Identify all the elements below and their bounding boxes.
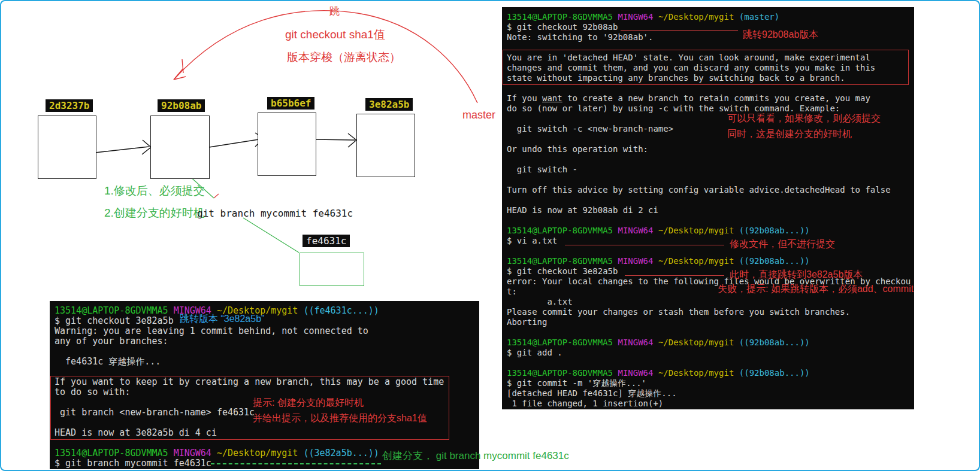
commit-sha-label: b65b6ef — [267, 97, 314, 110]
underline-checkout-3e82a5b — [625, 275, 724, 276]
terminal-line: 13514@LAPTOP-8GDVMMA5 MINGW64 ~/Desktop/… — [507, 12, 914, 22]
annotation-jump-3e82a5b: 此时，直接跳转到3e82a5b版本 — [730, 269, 863, 281]
branch-pointer-line — [243, 218, 299, 253]
terminal-line: HEAD is now at 92b08ab di 2 ci — [507, 205, 914, 215]
terminal-line: Aborting — [507, 317, 914, 327]
terminal-line: fe4631c 穿越操作... — [55, 357, 479, 367]
new-commit-node — [300, 253, 364, 286]
commit-arrow-3 — [316, 133, 356, 147]
commit-sha-label: 2d3237b — [46, 99, 93, 112]
underline-checkout-92b08ab — [621, 30, 738, 31]
commit-arrow-1 — [95, 140, 151, 154]
detached-head-highlight-box — [503, 50, 909, 85]
annotation-jump-version: 跳转版本 “3e82a5b” — [180, 313, 264, 326]
annotation-hint-sha: 并给出提示，以及推荐使用的分支sha1值 — [253, 412, 427, 425]
terminal-line — [507, 215, 914, 226]
annotation-create-branch: 创建分支， git branch mycommit fe4631c — [382, 449, 569, 463]
underline-vi-atxt — [565, 245, 724, 245]
annotation-good-time: 同时，这是创建分支的好时机 — [727, 128, 852, 141]
commit-node — [356, 114, 415, 177]
terminal-line: Note: switching to '92b08ab'. — [507, 32, 914, 42]
annotation-modify-no-commit: 修改文件，但不进行提交 — [730, 238, 835, 251]
commit-sha-label: 92b08ab — [158, 99, 205, 112]
terminal-line: 1 file changed, 1 insertion(+) — [507, 399, 914, 409]
terminal-line: If you want to create a new branch to re… — [507, 93, 914, 104]
commit-sha-label: 3e82a5b — [365, 98, 413, 111]
detached-state-note: 版本穿梭（游离状态） — [287, 50, 401, 65]
terminal-line: 13514@LAPTOP-8GDVMMA5 MINGW64 ~/Desktop/… — [507, 226, 914, 236]
checkout-command-note: git checkout sha1值 — [285, 27, 385, 42]
commit-arrow-2 — [209, 133, 264, 147]
commit-node — [150, 116, 210, 179]
terminal-line: 13514@LAPTOP-8GDVMMA5 MINGW64 ~/Desktop/… — [507, 338, 914, 348]
terminal-line: Please commit your changes or stash them… — [507, 307, 914, 317]
note-pointer-tip — [214, 194, 219, 198]
terminal-line — [507, 358, 914, 368]
terminal-line: git switch - — [507, 165, 914, 175]
terminal-line: any of your branches: — [55, 336, 479, 347]
jump-char-note: 跳 — [329, 4, 340, 18]
note-branch-command: git branch mycommit fe4631c — [197, 208, 353, 219]
terminal-line: Warning: you are leaving 1 commit behind… — [55, 326, 479, 336]
terminal-line: $ git checkout 92b08ab — [507, 22, 914, 32]
terminal-line: Or undo this operation with: — [507, 144, 914, 154]
annotation-fail-hint: 失败，提示: 如果跳转版本，必须add、commit — [718, 283, 914, 296]
note-must-commit: 1.修改后、必须提交 — [104, 183, 205, 199]
terminal-line — [507, 134, 914, 144]
annotation-hint-best-time: 提示: 创建分支的最好时机 — [253, 397, 364, 409]
annotation-jump-92b08ab: 跳转92b08ab版本 — [743, 29, 818, 41]
jump-arc-arrowhead — [174, 59, 186, 80]
terminal-line: Turn off this advice by setting config v… — [507, 185, 914, 195]
commit-node — [38, 116, 96, 179]
terminal-line: $ git commit -m '穿越操作...' — [507, 378, 914, 388]
terminal-line: 13514@LAPTOP-8GDVMMA5 MINGW64 ~/Desktop/… — [507, 256, 914, 266]
terminal-line: 13514@LAPTOP-8GDVMMA5 MINGW64 ~/Desktop/… — [507, 368, 914, 378]
git-notes-canvas: 跳 git checkout sha1值 版本穿梭（游离状态） master 2… — [0, 0, 980, 471]
annotation-look-only: 可以只看看，如果修改，则必须提交 — [727, 113, 881, 125]
terminal-line — [507, 246, 914, 256]
keep-commit-highlight-box — [50, 376, 449, 440]
terminal-line: $ git add . — [507, 348, 914, 358]
note-branch-good-time: 2.创建分支的好时机 — [104, 205, 205, 221]
terminal-line — [507, 175, 914, 185]
terminal-line — [507, 195, 914, 205]
terminal-line — [507, 327, 914, 338]
terminal-line — [507, 154, 914, 165]
terminal-line: a.txt — [507, 297, 914, 307]
terminal-line: git switch -c <new-branch-name> — [507, 124, 914, 134]
terminal-line: $ git checkout 3e82a5b — [55, 316, 479, 326]
master-branch-label: master — [462, 109, 495, 121]
terminal-line: [detached HEAD fe4631c] 穿越操作... — [507, 388, 914, 399]
terminal-line — [55, 347, 479, 357]
terminal-line: 13514@LAPTOP-8GDVMMA5 MINGW64 ~/Desktop/… — [55, 306, 479, 316]
commit-node — [258, 113, 316, 176]
new-commit-sha-label: fe4631c — [303, 235, 350, 247]
underline-git-branch — [211, 463, 381, 464]
